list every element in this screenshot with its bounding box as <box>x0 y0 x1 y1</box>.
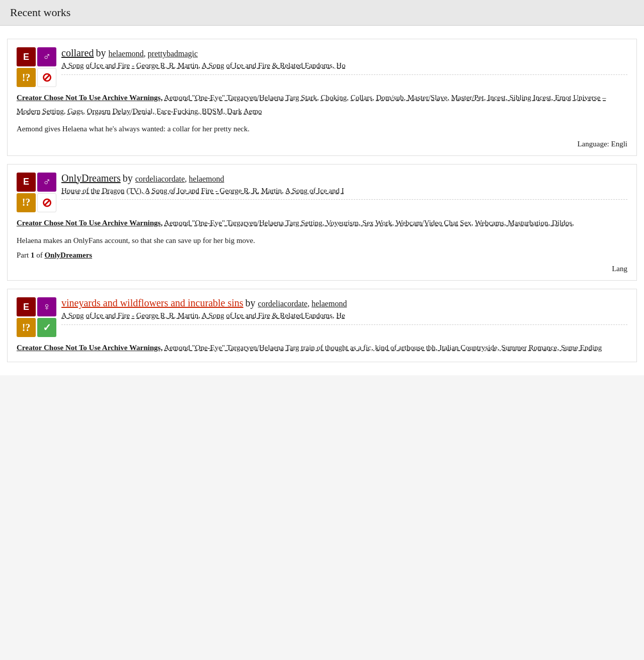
category-icon: ♂ <box>37 47 56 66</box>
rating-icons: E ♀ !? ✓ <box>17 297 56 337</box>
work-title-line: OnlyDreamers by cordeliacordate, helaemo… <box>61 173 627 200</box>
no-archive-icon: ⊘ <box>37 68 56 87</box>
rating-e-icon: E <box>17 47 36 66</box>
warning-label[interactable]: Creator Chose Not To Use Archive Warning… <box>17 219 163 227</box>
work-fandoms: House of the Dragon (TV), A Song of Ice … <box>61 185 627 200</box>
work-header: E ♀ !? ✓ vineyards and wildflowers and i… <box>17 297 627 337</box>
fandom-text[interactable]: A Song of Ice and Fire - George R. R. Ma… <box>61 311 345 319</box>
top-icon-row: E ♀ <box>17 297 56 316</box>
work-tags: Creator Chose Not To Use Archive Warning… <box>17 91 627 118</box>
fandom-text[interactable]: A Song of Ice and Fire - George R. R. Ma… <box>61 61 346 69</box>
warning-label[interactable]: Creator Chose Not To Use Archive Warning… <box>17 94 163 102</box>
tag-list[interactable]: Aemond "One-Eye" Targaryen/Helaena Targ … <box>164 344 602 352</box>
author-link[interactable]: cordeliacordate <box>135 175 185 183</box>
work-item: E ♀ !? ✓ vineyards and wildflowers and i… <box>7 289 637 362</box>
work-title-line: collared by helaemond, prettybadmagic A … <box>61 47 627 75</box>
work-by-label: by <box>123 173 135 184</box>
rating-e-icon: E <box>17 297 36 316</box>
work-tags: Creator Chose Not To Use Archive Warning… <box>17 341 627 355</box>
author-link[interactable]: helaemond <box>108 49 143 58</box>
work-by-label: by <box>96 47 108 58</box>
section-title: Recent works <box>10 6 70 19</box>
work-summary: Helaena makes an OnlyFans account, so th… <box>17 235 627 246</box>
work-header: E ♂ !? ⊘ OnlyDreamers by cordeliacordate… <box>17 173 627 212</box>
work-title-link[interactable]: OnlyDreamers <box>61 173 121 184</box>
top-icon-row: E ♂ <box>17 173 56 192</box>
top-icon-row: E ♂ <box>17 47 56 66</box>
author-link[interactable]: prettybadmagic <box>148 49 198 58</box>
work-fandoms: A Song of Ice and Fire - George R. R. Ma… <box>61 60 627 75</box>
bottom-icon-row: !? ⊘ <box>17 193 56 212</box>
work-series: Part 1 of OnlyDreamers <box>17 251 627 260</box>
work-tags: Creator Chose Not To Use Archive Warning… <box>17 216 627 230</box>
work-meta: Language: Engli <box>17 140 627 148</box>
work-item: E ♂ !? ⊘ OnlyDreamers by cordeliacordate… <box>7 164 637 281</box>
rating-icons: E ♂ !? ⊘ <box>17 47 56 87</box>
series-link[interactable]: OnlyDreamers <box>44 251 92 259</box>
bottom-icon-row: !? ⊘ <box>17 68 56 87</box>
fandom-text[interactable]: House of the Dragon (TV), A Song of Ice … <box>61 187 344 195</box>
works-list: E ♂ !? ⊘ collared by helaemond, prettyba… <box>0 26 644 375</box>
category-icon: ♀ <box>37 297 56 316</box>
author-link[interactable]: helaemond <box>189 175 224 183</box>
warning-icon: !? <box>17 318 36 337</box>
work-title-link[interactable]: collared <box>61 47 94 58</box>
work-summary: Aemond gives Helaena what he's always wa… <box>17 123 627 135</box>
work-title-line: vineyards and wildflowers and incurable … <box>61 297 627 325</box>
page-container: Recent works E ♂ !? ⊘ collared by helaem… <box>0 0 644 375</box>
series-part-label: Part <box>17 251 31 259</box>
rating-e-icon: E <box>17 173 36 192</box>
work-fandoms: A Song of Ice and Fire - George R. R. Ma… <box>61 310 627 325</box>
rating-icons: E ♂ !? ⊘ <box>17 173 56 212</box>
section-header: Recent works <box>0 0 644 26</box>
work-by-label: by <box>246 297 258 308</box>
category-icon: ♂ <box>37 173 56 192</box>
work-meta: Lang <box>17 265 627 273</box>
warning-icon: !? <box>17 193 36 212</box>
warning-label[interactable]: Creator Chose Not To Use Archive Warning… <box>17 344 163 352</box>
author-link[interactable]: cordeliacordate <box>258 299 308 308</box>
check-icon: ✓ <box>37 318 56 337</box>
work-title-link[interactable]: vineyards and wildflowers and incurable … <box>61 297 244 308</box>
work-item: E ♂ !? ⊘ collared by helaemond, prettyba… <box>7 39 637 156</box>
author-link[interactable]: helaemond <box>311 299 347 308</box>
series-of-label: of <box>34 251 44 259</box>
work-header: E ♂ !? ⊘ collared by helaemond, prettyba… <box>17 47 627 87</box>
warning-icon: !? <box>17 68 36 87</box>
tag-list[interactable]: Aemond "One-Eye" Targaryen/Helaena Targ … <box>164 219 574 227</box>
no-archive-icon: ⊘ <box>37 193 56 212</box>
bottom-icon-row: !? ✓ <box>17 318 56 337</box>
